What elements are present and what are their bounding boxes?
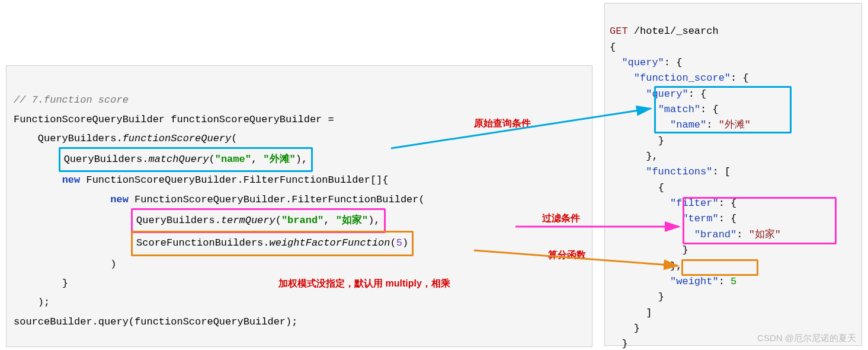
http-method: GET <box>610 26 628 37</box>
code-text: sourceBuilder.query(functionScoreQueryBu… <box>14 316 297 327</box>
annotation-score-function: 算分函数 <box>548 249 586 262</box>
annotation-original-query: 原始查询条件 <box>474 117 531 130</box>
json-term-box <box>683 197 837 244</box>
code-text: FunctionScoreQueryBuilder.FilterFunction… <box>80 174 388 186</box>
watermark: CSDN @厄尔尼诺的夏天 <box>757 333 856 344</box>
code-text: ) <box>110 259 116 270</box>
java-code-panel: // 7.function score FunctionScoreQueryBu… <box>6 65 592 347</box>
code-text: QueryBuilders. <box>38 133 123 144</box>
json-match-box <box>654 86 792 133</box>
code-text: ); <box>38 297 50 308</box>
json-weight-box <box>681 259 758 276</box>
annotation-filter: 过滤条件 <box>542 212 580 225</box>
annotation-boost-mode: 加权模式没指定，默认用 multiply，相乘 <box>278 278 450 290</box>
term-query-box: QueryBuilders.termQuery("brand", "如家"), <box>131 208 386 233</box>
code-text: FunctionScoreQueryBuilder functionScoreQ… <box>14 114 334 125</box>
keyword-new: new <box>62 174 81 186</box>
code-text: } <box>62 278 68 289</box>
code-text: ( <box>231 133 237 144</box>
json-dsl-panel: GET /hotel/_search { "query": { "functio… <box>604 3 862 346</box>
code-comment: // 7.function score <box>14 94 129 106</box>
code-text: FunctionScoreQueryBuilder.FilterFunction… <box>129 194 425 205</box>
keyword-new: new <box>110 194 129 205</box>
match-query-box: QueryBuilders.matchQuery("name", "外滩"), <box>59 147 313 172</box>
weight-function-box: ScoreFunctionBuilders.weightFactorFuncti… <box>131 231 414 256</box>
code-text: functionScoreQuery <box>123 133 232 144</box>
